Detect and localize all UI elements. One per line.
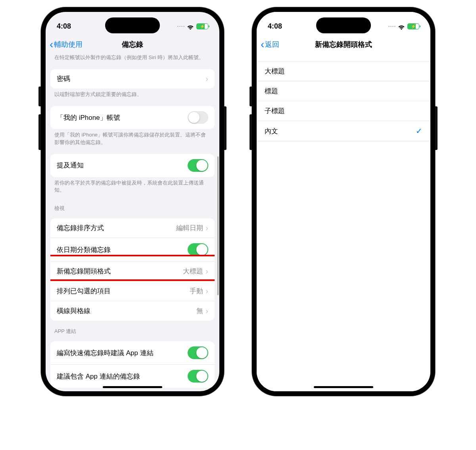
password-group: 密碼 ›: [50, 69, 215, 88]
iphone-account-group: 「我的 iPhone」帳號: [50, 106, 215, 129]
new-note-format-row[interactable]: 新備忘錄開頭格式 大標題 ›: [50, 261, 215, 281]
view-header: 檢視: [46, 198, 219, 214]
mention-group: 提及通知: [50, 154, 215, 177]
option-body[interactable]: 內文 ✓: [257, 121, 430, 141]
view-group: 備忘錄排序方式 編輯日期 › 依日期分類備忘錄 新備忘錄開頭格式 大標題 ›: [50, 218, 215, 321]
nav-title: 新備忘錄開頭格式: [315, 40, 372, 49]
password-footnote: 以端對端加密方式鎖定重要的備忘錄。: [46, 88, 219, 102]
phone-frame-right: 4:08 ⚡ ‹ 返回 新備忘錄開頭格式 大標題 標題: [252, 7, 435, 396]
mention-label: 提及通知: [57, 161, 84, 170]
nav-title: 備忘錄: [122, 40, 143, 49]
checkmark-icon: ✓: [416, 126, 422, 136]
sort-notes-value: 編輯日期: [176, 223, 203, 233]
settings-scroll[interactable]: 在特定帳號以外製作的備忘錄（例如使用 Siri 時）將加入此帳號。 密碼 › 以…: [46, 54, 219, 391]
option-title[interactable]: 大標題: [257, 62, 430, 81]
chevron-left-icon: ‹: [50, 39, 53, 50]
lines-grids-value: 無: [196, 306, 203, 315]
new-note-format-label: 新備忘錄開頭格式: [57, 267, 111, 276]
option-label: 子標題: [265, 106, 285, 115]
chevron-right-icon: ›: [205, 223, 208, 233]
password-row[interactable]: 密碼 ›: [50, 69, 215, 88]
group-by-date-row[interactable]: 依日期分類備忘錄: [50, 238, 215, 261]
quick-note-links-label: 編寫快速備忘錄時建議 App 連結: [57, 348, 154, 358]
battery-icon: ⚡: [196, 23, 208, 29]
iphone-account-label: 「我的 iPhone」帳號: [57, 113, 120, 122]
lines-grids-label: 橫線與格線: [57, 306, 90, 315]
password-label: 密碼: [57, 74, 70, 83]
chevron-right-icon: ›: [205, 74, 208, 83]
quick-note-links-toggle[interactable]: [188, 346, 208, 359]
nav-bar: ‹ 輔助使用 備忘錄: [46, 35, 219, 54]
chevron-right-icon: ›: [205, 287, 208, 296]
nav-bar: ‹ 返回 新備忘錄開頭格式: [257, 35, 430, 54]
home-indicator[interactable]: [314, 386, 373, 388]
chevron-right-icon: ›: [205, 267, 208, 276]
suggest-linked-notes-row[interactable]: 建議包含 App 連結的備忘錄: [50, 364, 215, 388]
phone-frame-left: 4:08 ⚡ ‹ 輔助使用 備忘錄 在特定帳號以外製作的備忘錄（例如使用 Sir…: [41, 7, 224, 396]
default-account-footnote: 在特定帳號以外製作的備忘錄（例如使用 Siri 時）將加入此帳號。: [46, 54, 219, 65]
checked-items-row[interactable]: 排列已勾選的項目 手動 ›: [50, 281, 215, 301]
format-options-content: 大標題 標題 子標題 內文 ✓: [257, 54, 430, 391]
nav-back-label: 返回: [265, 40, 279, 49]
cellular-dots-icon: [177, 26, 184, 27]
checked-items-value: 手動: [190, 287, 203, 296]
app-link-header: APP 連結: [46, 321, 219, 337]
new-note-format-value: 大標題: [183, 267, 203, 276]
checked-items-label: 排列已勾選的項目: [57, 287, 111, 296]
screen-right: 4:08 ⚡ ‹ 返回 新備忘錄開頭格式 大標題 標題: [257, 12, 430, 391]
iphone-account-toggle[interactable]: [188, 111, 208, 124]
group-by-date-label: 依日期分類備忘錄: [57, 245, 111, 254]
nav-back-label: 輔助使用: [54, 40, 83, 49]
status-icons: ⚡: [388, 23, 419, 29]
battery-icon: ⚡: [407, 23, 419, 29]
status-icons: ⚡: [177, 23, 208, 29]
screen-left: 4:08 ⚡ ‹ 輔助使用 備忘錄 在特定帳號以外製作的備忘錄（例如使用 Sir…: [46, 12, 219, 391]
status-time: 4:08: [268, 22, 282, 31]
mention-footnote: 若你的名字於共享的備忘錄中被提及時，系統會在此裝置上傳送通知。: [46, 177, 219, 198]
mention-toggle[interactable]: [188, 159, 208, 172]
status-time: 4:08: [57, 22, 71, 31]
dynamic-island: [105, 17, 160, 33]
mention-row[interactable]: 提及通知: [50, 154, 215, 177]
wifi-icon: [187, 24, 194, 29]
sort-notes-label: 備忘錄排序方式: [57, 223, 104, 233]
chevron-left-icon: ‹: [261, 39, 264, 50]
option-label: 大標題: [265, 67, 285, 76]
sort-notes-row[interactable]: 備忘錄排序方式 編輯日期 ›: [50, 218, 215, 238]
cellular-dots-icon: [388, 26, 395, 27]
scrollbar[interactable]: [217, 156, 219, 295]
wifi-icon: [398, 24, 405, 29]
iphone-account-footnote: 使用「我的 iPhone」帳號可讓你將備忘錄儲存於此裝置。這將不會影響你的其他備…: [46, 129, 219, 150]
lines-grids-row[interactable]: 橫線與格線 無 ›: [50, 301, 215, 321]
home-indicator[interactable]: [103, 386, 162, 388]
option-subheading[interactable]: 子標題: [257, 101, 430, 121]
quick-note-links-row[interactable]: 編寫快速備忘錄時建議 App 連結: [50, 341, 215, 364]
dynamic-island: [316, 17, 371, 33]
chevron-right-icon: ›: [205, 306, 208, 315]
format-option-list: 大標題 標題 子標題 內文 ✓: [257, 61, 430, 141]
iphone-account-row[interactable]: 「我的 iPhone」帳號: [50, 106, 215, 129]
app-link-group: 編寫快速備忘錄時建議 App 連結 建議包含 App 連結的備忘錄: [50, 341, 215, 388]
nav-back-button[interactable]: ‹ 返回: [261, 39, 279, 50]
option-label: 內文: [265, 127, 278, 136]
nav-back-button[interactable]: ‹ 輔助使用: [50, 39, 83, 50]
option-heading[interactable]: 標題: [257, 81, 430, 101]
option-label: 標題: [265, 87, 278, 96]
suggest-linked-notes-label: 建議包含 App 連結的備忘錄: [57, 372, 140, 381]
suggest-linked-notes-toggle[interactable]: [188, 370, 208, 383]
group-by-date-toggle[interactable]: [188, 243, 208, 256]
